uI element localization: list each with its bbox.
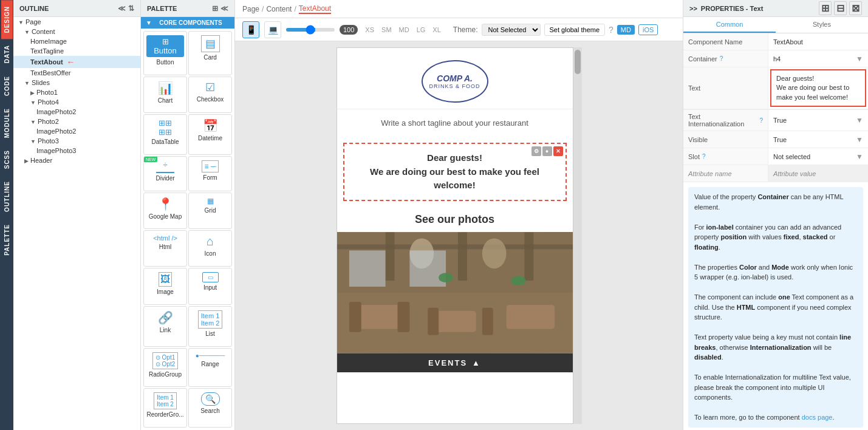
breadcrumb-content[interactable]: Content	[266, 5, 292, 13]
collapse-all-icon[interactable]: ≪	[118, 4, 126, 13]
palette-expand-icon[interactable]: ⊞	[212, 4, 218, 13]
grid-palette-icon: ▦	[207, 197, 214, 205]
palette-range[interactable]: ●────── Range	[188, 348, 232, 387]
tree-slides[interactable]: ▼Slides	[13, 78, 140, 87]
tree-homeimage[interactable]: HomeImage	[13, 36, 140, 46]
svg-rect-12	[428, 307, 439, 335]
zoom-slider-container	[286, 28, 335, 32]
tree-imagephoto2-2[interactable]: ImagePhoto2	[13, 126, 140, 136]
set-global-theme-button[interactable]: Set global theme	[544, 24, 606, 36]
settings-icon[interactable]: ⚙	[531, 146, 541, 156]
see-photos-text: See our photos	[415, 213, 494, 225]
tree-page[interactable]: ▼Page	[13, 17, 140, 27]
view-icon-2[interactable]: ⊟	[834, 1, 847, 15]
tree-imagephoto2-1[interactable]: ImagePhoto2	[13, 107, 140, 117]
palette-grid[interactable]: ▦ Grid	[188, 193, 232, 230]
help-icon[interactable]: ?	[609, 25, 613, 35]
datatable-label: DataTable	[151, 138, 179, 145]
docs-link[interactable]: docs page	[802, 414, 833, 421]
tree-textbestoffer[interactable]: TextBestOffer	[13, 68, 140, 78]
tree-photo2[interactable]: ▼Photo2	[13, 117, 140, 126]
palette-chart[interactable]: 📊 Chart	[143, 77, 187, 114]
design-tab[interactable]: DESIGN	[1, 0, 13, 39]
view-icon-1[interactable]: ⊞	[819, 1, 832, 15]
input-palette-icon: ▭	[202, 272, 219, 282]
tree-photo1[interactable]: ▶Photo1	[13, 87, 140, 97]
palette-datatable[interactable]: ⊞⊞⊞⊞ DataTable	[143, 114, 187, 155]
bp-lg[interactable]: LG	[414, 25, 428, 35]
googlemap-label: Google Map	[149, 213, 182, 220]
module-tab[interactable]: MODULE	[1, 102, 13, 144]
ios-badge[interactable]: iOS	[638, 24, 658, 35]
text-int-question[interactable]: ?	[759, 117, 763, 124]
data-tab[interactable]: DATA	[1, 39, 13, 69]
breadcrumb-page[interactable]: Page	[242, 5, 259, 13]
slot-question[interactable]: ?	[702, 153, 706, 160]
bp-xs[interactable]: XS	[363, 25, 377, 35]
divider-label: Divider	[155, 175, 174, 182]
palette-tab[interactable]: PALETTE	[1, 218, 13, 262]
palette-list[interactable]: Item 1Item 2 List	[188, 306, 232, 347]
code-tab[interactable]: CODE	[1, 70, 13, 102]
outline-tab[interactable]: OUTLINE	[1, 175, 13, 218]
palette-button[interactable]: ⊞ Button Button	[143, 31, 187, 75]
bp-xl[interactable]: XL	[430, 25, 443, 35]
md-badge[interactable]: MD	[617, 25, 635, 35]
palette-html[interactable]: <html /> Html	[143, 230, 187, 267]
mobile-view-icon[interactable]: 📱	[242, 21, 259, 38]
theme-select[interactable]: Not Selected	[482, 24, 541, 36]
radiogroup-label: RadioGroup	[149, 371, 182, 378]
tree-content[interactable]: ▼Content	[13, 27, 140, 36]
svg-rect-10	[349, 301, 361, 332]
palette-googlemap[interactable]: 📍 Google Map	[143, 193, 187, 230]
bp-sm[interactable]: SM	[379, 25, 394, 35]
svg-rect-11	[397, 301, 409, 332]
tree-textabout[interactable]: TextAbout ←	[13, 56, 140, 68]
palette-icon[interactable]: ⌂ Icon	[188, 230, 232, 267]
palette-form[interactable]: ≡ ─ Form	[188, 156, 232, 191]
core-components-label: CORE COMPONENTS	[159, 19, 222, 26]
palette-divider[interactable]: NEW ÷ Divider	[143, 156, 187, 191]
palette-search[interactable]: 🔍 Search	[188, 388, 232, 428]
properties-expand-icon[interactable]: >>	[689, 5, 697, 12]
tree-header[interactable]: ▶Header	[13, 155, 140, 165]
toolbar: 📱 💻 100 XS SM MD LG XL Theme: Not Select…	[235, 18, 683, 41]
text-value-highlighted[interactable]: Dear guests!We are doing our best to mak…	[770, 69, 866, 107]
breadcrumb-textabout[interactable]: TextAbout	[299, 4, 331, 14]
bp-md[interactable]: MD	[397, 25, 412, 35]
tree-texttagline[interactable]: TextTagline	[13, 46, 140, 56]
tab-styles[interactable]: Styles	[776, 17, 868, 33]
tab-common[interactable]: Common	[683, 17, 776, 33]
prop-tabs: Common Styles	[683, 17, 868, 33]
palette-link[interactable]: 🔗 Link	[143, 306, 187, 347]
palette-radiogroup[interactable]: ⊙ Opt1⊙ Opt2 RadioGroup	[143, 348, 187, 387]
palette-datetime[interactable]: 📅 Datetime	[188, 114, 232, 155]
palette-card[interactable]: ▤ Card	[188, 31, 232, 75]
view-icon-3[interactable]: ⊠	[849, 1, 862, 15]
properties-panel: >> PROPERTIES - Text ⊞ ⊟ ⊠ Common Styles…	[683, 0, 868, 430]
palette-checkbox[interactable]: ☑ Checkbox	[188, 77, 232, 114]
palette-image[interactable]: 🖼 Image	[143, 268, 187, 305]
palette-input[interactable]: ▭ Input	[188, 268, 232, 305]
text-about-box[interactable]: ⚙ ● ✕ Dear guests!We are doing our best …	[343, 143, 567, 201]
tree-photo4[interactable]: ▼Photo4	[13, 97, 140, 107]
more-icon[interactable]: ●	[542, 146, 552, 156]
tree-imagephoto3[interactable]: ImagePhoto3	[13, 146, 140, 155]
scss-tab[interactable]: SCSS	[1, 144, 13, 175]
text-int-arrow: ▼	[856, 116, 863, 125]
canvas-scrollbar-thumb[interactable]	[575, 50, 581, 74]
zoom-slider[interactable]	[286, 28, 335, 32]
canvas-scrollbar[interactable]	[573, 47, 582, 424]
close-icon[interactable]: ✕	[553, 146, 563, 156]
left-sidebar-tabs: DESIGN DATA CODE MODULE SCSS OUTLINE PAL…	[0, 0, 13, 430]
tree-photo3[interactable]: ▼Photo3	[13, 136, 140, 146]
container-question[interactable]: ?	[720, 55, 723, 62]
restaurant-interior-svg	[337, 232, 573, 353]
see-photos-section: See our photos	[337, 207, 573, 232]
search-palette-icon: 🔍	[201, 392, 220, 406]
palette-reordergroup[interactable]: Item 1Item 2 ReorderGro...	[143, 388, 187, 428]
datetime-label: Datetime	[198, 135, 222, 142]
expand-icon[interactable]: ⇅	[128, 4, 134, 13]
tablet-view-icon[interactable]: 💻	[264, 21, 281, 38]
palette-collapse-icon[interactable]: ≪	[220, 4, 228, 13]
